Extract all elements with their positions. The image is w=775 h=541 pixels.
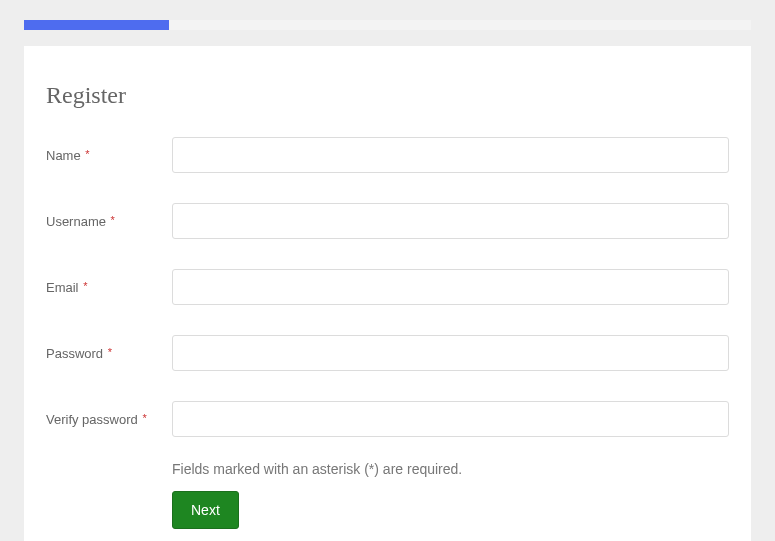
page-title: Register xyxy=(46,82,729,109)
label-text: Username xyxy=(46,214,106,229)
form-row-name: Name * xyxy=(46,137,729,173)
username-field[interactable] xyxy=(172,203,729,239)
required-marker: * xyxy=(111,214,115,226)
password-label: Password * xyxy=(46,346,172,361)
form-row-username: Username * xyxy=(46,203,729,239)
name-label: Name * xyxy=(46,148,172,163)
label-text: Password xyxy=(46,346,103,361)
username-label: Username * xyxy=(46,214,172,229)
form-row-email: Email * xyxy=(46,269,729,305)
required-hint: Fields marked with an asterisk (*) are r… xyxy=(172,461,729,477)
required-marker: * xyxy=(85,148,89,160)
progress-bar xyxy=(24,20,751,30)
label-text: Email xyxy=(46,280,79,295)
form-row-password: Password * xyxy=(46,335,729,371)
name-field[interactable] xyxy=(172,137,729,173)
required-marker: * xyxy=(142,412,146,424)
form-row-verify-password: Verify password * xyxy=(46,401,729,437)
required-marker: * xyxy=(83,280,87,292)
required-marker: * xyxy=(108,346,112,358)
email-label: Email * xyxy=(46,280,172,295)
verify-password-field[interactable] xyxy=(172,401,729,437)
verify-password-label: Verify password * xyxy=(46,412,172,427)
label-text: Verify password xyxy=(46,412,138,427)
next-button[interactable]: Next xyxy=(172,491,239,529)
password-field[interactable] xyxy=(172,335,729,371)
progress-fill xyxy=(24,20,169,30)
email-field[interactable] xyxy=(172,269,729,305)
label-text: Name xyxy=(46,148,81,163)
register-card: Register Name * Username * Email xyxy=(24,46,751,541)
